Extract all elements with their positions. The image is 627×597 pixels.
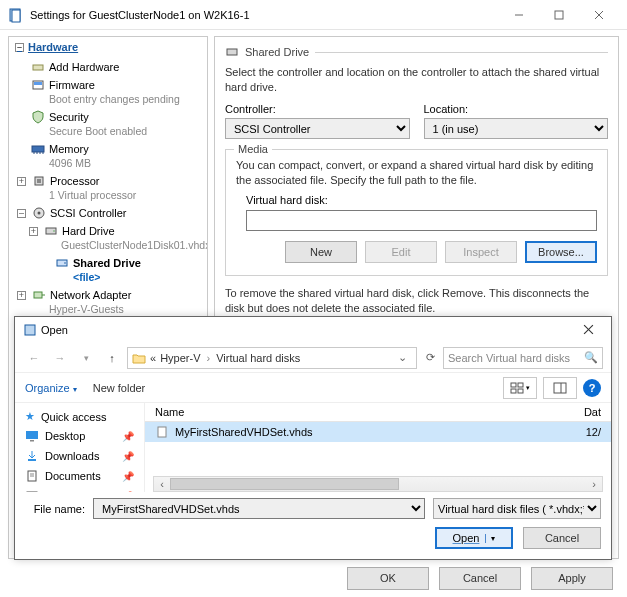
horizontal-scrollbar[interactable]: ‹ › xyxy=(153,476,603,492)
minimize-button[interactable] xyxy=(499,3,539,27)
tree-memory[interactable]: Memory 4096 MB xyxy=(9,140,207,172)
pin-icon: 📌 xyxy=(122,451,134,462)
file-list[interactable]: Name Dat MyFirstSharedVHDSet.vhds 12/ ‹ … xyxy=(145,403,611,492)
location-select[interactable]: 1 (in use) xyxy=(424,118,609,139)
apply-button[interactable]: Apply xyxy=(531,567,613,590)
panel-heading: Shared Drive xyxy=(245,46,309,58)
open-split-icon[interactable]: ▾ xyxy=(485,534,495,543)
svg-rect-25 xyxy=(25,325,35,335)
file-cancel-button[interactable]: Cancel xyxy=(523,527,601,549)
collapse-icon[interactable]: – xyxy=(15,43,24,52)
scroll-right-icon[interactable]: › xyxy=(586,478,602,490)
nav-quick-access[interactable]: ★Quick access xyxy=(15,407,144,426)
refresh-button[interactable]: ⟳ xyxy=(421,351,439,364)
column-headers[interactable]: Name Dat xyxy=(145,403,611,422)
dialog-button-bar: OK Cancel Apply xyxy=(0,559,627,597)
path-dropdown-icon[interactable]: ⌄ xyxy=(398,351,412,364)
memory-icon xyxy=(31,142,45,156)
svg-rect-35 xyxy=(30,440,34,442)
search-input[interactable]: Search Virtual hard disks 🔍 xyxy=(443,347,603,369)
tree-processor[interactable]: + Processor 1 Virtual processor xyxy=(9,172,207,204)
column-date[interactable]: Dat xyxy=(561,406,601,418)
expand-icon[interactable]: + xyxy=(29,227,38,236)
nav-downloads[interactable]: Downloads📌 xyxy=(15,446,144,466)
controller-label: Controller: xyxy=(225,103,410,115)
expand-icon[interactable]: + xyxy=(17,177,26,186)
file-icon xyxy=(155,425,169,439)
svg-rect-6 xyxy=(33,65,43,70)
hard-drive-icon xyxy=(44,224,58,238)
svg-rect-34 xyxy=(26,431,38,439)
media-group: Media You can compact, convert, or expan… xyxy=(225,149,608,276)
svg-rect-29 xyxy=(518,383,523,387)
tree-hard-drive[interactable]: + Hard Drive GuestClusterNode1Disk01.vhd… xyxy=(9,222,207,254)
controller-select[interactable]: SCSI Controller xyxy=(225,118,410,139)
hardware-section-header[interactable]: – Hardware xyxy=(9,37,207,58)
tree-add-hardware[interactable]: Add Hardware xyxy=(9,58,207,76)
preview-pane-button[interactable] xyxy=(543,377,577,399)
address-bar[interactable]: « Hyper-V › Virtual hard disks ⌄ xyxy=(127,347,417,369)
tree-shared-drive[interactable]: Shared Drive <file> xyxy=(9,254,207,286)
tree-network-adapter[interactable]: + Network Adapter Hyper-V-Guests xyxy=(9,286,207,318)
path-segment[interactable]: Hyper-V xyxy=(160,352,200,364)
open-file-dialog: Open ← → ▾ ↑ « Hyper-V › Virtual hard di… xyxy=(14,316,612,560)
file-date: 12/ xyxy=(561,426,601,438)
panel-description: Select the controller and location on th… xyxy=(225,65,608,95)
expand-icon[interactable]: + xyxy=(17,291,26,300)
svg-point-19 xyxy=(53,230,55,232)
pin-icon: 📌 xyxy=(122,431,134,442)
new-folder-button[interactable]: New folder xyxy=(93,382,146,394)
open-dialog-icon xyxy=(23,323,37,337)
svg-rect-28 xyxy=(511,383,516,387)
nav-up-button[interactable]: ↑ xyxy=(101,347,123,369)
media-description: You can compact, convert, or expand a sh… xyxy=(236,158,597,188)
tree-firmware[interactable]: Firmware Boot entry changes pending xyxy=(9,76,207,108)
edit-button: Edit xyxy=(365,241,437,263)
add-hardware-icon xyxy=(31,60,45,74)
cancel-button[interactable]: Cancel xyxy=(439,567,521,590)
window-title: Settings for GuestClusterNode1 on W2K16-… xyxy=(30,9,250,21)
view-mode-button[interactable]: ▾ xyxy=(503,377,537,399)
chevron-right-icon[interactable]: › xyxy=(204,352,212,364)
inspect-button: Inspect xyxy=(445,241,517,263)
collapse-icon[interactable]: – xyxy=(17,209,26,218)
nav-recent-button[interactable]: ▾ xyxy=(75,347,97,369)
file-name-label: File name: xyxy=(25,503,85,515)
file-name-input[interactable]: MyFirstSharedVHDSet.vhds xyxy=(93,498,425,519)
new-button[interactable]: New xyxy=(285,241,357,263)
path-segment[interactable]: Virtual hard disks xyxy=(216,352,300,364)
svg-rect-3 xyxy=(555,11,563,19)
nav-desktop[interactable]: Desktop📌 xyxy=(15,426,144,446)
tree-security[interactable]: Security Secure Boot enabled xyxy=(9,108,207,140)
scrollbar-thumb[interactable] xyxy=(170,478,399,490)
svg-rect-31 xyxy=(518,389,523,393)
svg-rect-32 xyxy=(554,383,566,393)
column-name[interactable]: Name xyxy=(155,406,561,418)
help-button[interactable]: ? xyxy=(583,379,601,397)
tree-scsi-controller[interactable]: – SCSI Controller xyxy=(9,204,207,222)
close-button[interactable] xyxy=(579,3,619,27)
svg-rect-30 xyxy=(511,389,516,393)
svg-rect-15 xyxy=(37,179,41,183)
svg-rect-22 xyxy=(34,292,42,298)
file-row[interactable]: MyFirstSharedVHDSet.vhds 12/ xyxy=(145,422,611,442)
svg-rect-36 xyxy=(28,459,36,461)
scroll-left-icon[interactable]: ‹ xyxy=(154,478,170,490)
browse-button[interactable]: Browse... xyxy=(525,241,597,263)
shared-drive-icon xyxy=(225,45,239,59)
nav-documents[interactable]: Documents📌 xyxy=(15,466,144,486)
star-icon: ★ xyxy=(25,410,35,423)
svg-rect-24 xyxy=(227,49,237,55)
vhd-path-input[interactable] xyxy=(246,210,597,231)
remove-description: To remove the shared virtual hard disk, … xyxy=(225,286,608,316)
maximize-button[interactable] xyxy=(539,3,579,27)
navigation-pane[interactable]: ★Quick access Desktop📌 Downloads📌 Docume… xyxy=(15,403,145,492)
organize-menu[interactable]: Organize ▾ xyxy=(25,382,77,394)
svg-rect-1 xyxy=(12,10,20,22)
downloads-icon xyxy=(25,449,39,463)
nav-back-button[interactable]: ← xyxy=(23,347,45,369)
ok-button[interactable]: OK xyxy=(347,567,429,590)
open-button[interactable]: Open▾ xyxy=(435,527,513,549)
dialog-close-button[interactable] xyxy=(573,324,603,337)
file-type-select[interactable]: Virtual hard disk files ( *.vhdx;* xyxy=(433,498,601,519)
